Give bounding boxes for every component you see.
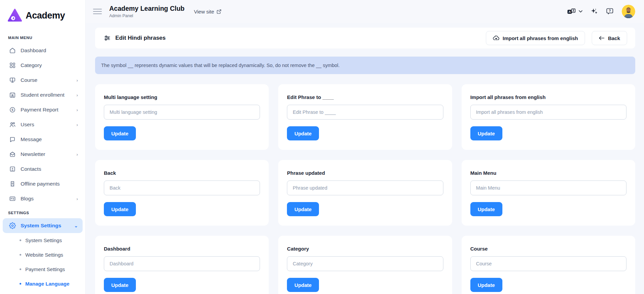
- update-button[interactable]: Update: [470, 202, 502, 216]
- phrase-input[interactable]: [104, 181, 260, 195]
- sidebar-item-users[interactable]: Users ›: [0, 117, 85, 132]
- view-site-label: View site: [194, 9, 214, 14]
- svg-text:A: A: [568, 10, 571, 13]
- users-icon: [9, 121, 16, 128]
- sidebar-subitem-website-settings[interactable]: Website Settings: [0, 248, 85, 262]
- topbar-actions: A ?: [567, 5, 635, 18]
- hamburger-menu-icon[interactable]: [93, 7, 102, 16]
- sidebar-item-label: Course: [21, 77, 72, 83]
- student-card-icon: [9, 92, 16, 99]
- chat-bubble-icon: [9, 136, 16, 143]
- sidebar-subitem-payment-settings[interactable]: Payment Settings: [0, 262, 85, 276]
- update-button[interactable]: Update: [104, 126, 136, 140]
- phrase-input[interactable]: [287, 105, 443, 120]
- import-phrases-button[interactable]: Import all phrases from english: [486, 31, 585, 45]
- phrase-input[interactable]: [104, 105, 260, 120]
- phrase-label: Import all phrases from english: [470, 94, 626, 100]
- sidebar-item-label: Contacts: [21, 166, 78, 172]
- dynamic-symbol-notice: The symbol __ represents dynamic values …: [95, 57, 635, 74]
- content: Edit Hindi phrases Import all phrases fr…: [86, 23, 644, 294]
- update-button[interactable]: Update: [470, 126, 502, 140]
- user-avatar[interactable]: [622, 5, 635, 18]
- phrase-input[interactable]: [470, 105, 626, 120]
- phrase-label: Dashboard: [104, 246, 260, 252]
- cloud-upload-icon: [493, 35, 499, 41]
- chevron-right-icon: ›: [77, 107, 78, 112]
- update-button[interactable]: Update: [287, 126, 319, 140]
- sidebar-subitem-label: Payment Settings: [25, 266, 65, 272]
- notice-text: The symbol __ represents dynamic values …: [101, 63, 340, 68]
- sidebar-item-label: System Settings: [21, 223, 69, 229]
- chevron-right-icon: ›: [77, 122, 78, 127]
- sidebar-item-label: Blogs: [21, 196, 72, 202]
- sidebar-item-student-enrollment[interactable]: Student enrollment ›: [0, 88, 85, 102]
- sidebar-item-blogs[interactable]: Blogs ›: [0, 191, 85, 206]
- chevron-right-icon: ›: [77, 196, 78, 201]
- phrase-input[interactable]: [287, 256, 443, 271]
- translate-icon: A: [567, 8, 576, 15]
- sidebar-item-label: Users: [21, 122, 72, 128]
- back-button[interactable]: Back: [592, 31, 627, 45]
- sidebar-item-payment-report[interactable]: $ Payment Report ›: [0, 102, 85, 117]
- view-site-link[interactable]: View site: [194, 9, 222, 14]
- sidebar-item-label: Newsletter: [21, 151, 72, 157]
- sidebar-item-dashboard[interactable]: Dashboard: [0, 43, 85, 58]
- phrase-cards-grid: Multi language setting Update Edit Phras…: [95, 84, 635, 294]
- blog-article-icon: [9, 195, 16, 202]
- phrase-label: Phrase updated: [287, 170, 443, 176]
- phrase-input[interactable]: [470, 256, 626, 271]
- update-button[interactable]: Update: [287, 202, 319, 216]
- section-settings: SETTINGS: [0, 206, 85, 218]
- section-main-menu: MAIN MENU: [0, 31, 85, 43]
- phrase-label: Back: [104, 170, 260, 176]
- update-button[interactable]: Update: [104, 278, 136, 292]
- sidebar-item-label: Category: [21, 62, 78, 68]
- sidebar-item-label: Payment Report: [21, 107, 72, 113]
- sidebar-item-message[interactable]: Message: [0, 132, 85, 147]
- sidebar-subitem-label: Manage Language: [25, 281, 69, 287]
- page-title: Edit Hindi phrases: [115, 35, 166, 41]
- help-chat-icon: ?: [606, 7, 614, 16]
- topbar: Academy Learning Club Admin Panel View s…: [86, 0, 644, 23]
- language-switcher[interactable]: A: [567, 8, 583, 15]
- site-subtitle: Admin Panel: [109, 13, 184, 18]
- sidebar-item-category[interactable]: Category: [0, 58, 85, 73]
- contact-card-icon: [9, 166, 16, 173]
- app-window: Academy MAIN MENU Dashboard Category Cou…: [0, 0, 644, 294]
- sidebar-item-course[interactable]: Course ›: [0, 73, 85, 88]
- phrase-card-category: Category Update: [278, 236, 452, 294]
- chevron-right-icon: ›: [77, 93, 78, 98]
- update-button[interactable]: Update: [287, 278, 319, 292]
- sparkles-button[interactable]: [590, 7, 598, 15]
- sidebar-item-newsletter[interactable]: Newsletter ›: [0, 147, 85, 162]
- phrase-input[interactable]: [470, 181, 626, 195]
- sidebar-item-system-settings[interactable]: System Settings ⌄: [3, 218, 83, 233]
- receipt-icon: [9, 181, 16, 188]
- update-button[interactable]: Update: [104, 202, 136, 216]
- update-button[interactable]: Update: [470, 278, 502, 292]
- chevron-down-icon: [579, 10, 583, 13]
- site-title: Academy Learning Club: [109, 5, 184, 12]
- phrase-card-course: Course Update: [462, 236, 635, 294]
- sidebar-subitem-system-settings[interactable]: System Settings: [0, 233, 85, 248]
- phrase-input[interactable]: [287, 181, 443, 195]
- brand-logo[interactable]: Academy: [0, 7, 85, 31]
- chevron-down-icon: ⌄: [74, 223, 78, 228]
- sidebar-subitem-label: System Settings: [25, 237, 62, 243]
- phrase-input[interactable]: [104, 256, 260, 271]
- sparkles-icon: [590, 7, 598, 15]
- sidebar-item-contacts[interactable]: Contacts: [0, 162, 85, 176]
- site-title-block: Academy Learning Club Admin Panel: [109, 5, 184, 18]
- sidebar-item-label: Offline payments: [21, 181, 78, 187]
- phrase-card-dashboard: Dashboard Update: [95, 236, 269, 294]
- newsletter-envelope-icon: [9, 151, 16, 158]
- sidebar-item-offline-payments[interactable]: Offline payments: [0, 176, 85, 191]
- phrase-card-main-menu: Main Menu Update: [462, 160, 635, 226]
- sidebar: Academy MAIN MENU Dashboard Category Cou…: [0, 0, 86, 294]
- chevron-right-icon: ›: [77, 78, 78, 83]
- sidebar-subitem-manage-language[interactable]: Manage Language: [0, 276, 85, 291]
- external-link-icon: [216, 9, 222, 14]
- bullet-dot: [20, 268, 21, 270]
- help-button[interactable]: ?: [606, 7, 614, 16]
- brand-name: Academy: [26, 10, 65, 21]
